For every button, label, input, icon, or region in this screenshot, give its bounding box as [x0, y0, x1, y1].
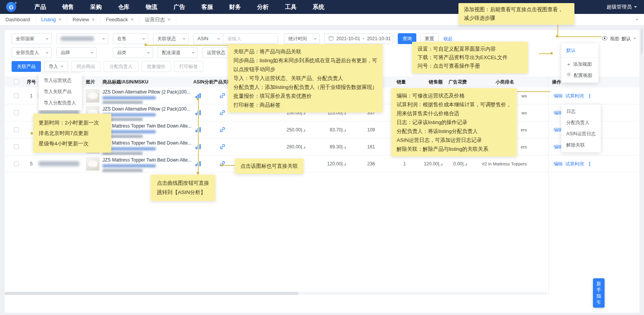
product-link-icon[interactable]	[220, 144, 225, 151]
close-icon[interactable]: ×	[131, 17, 134, 22]
date-start: 2021-10-01	[336, 36, 360, 41]
more-actions-icon[interactable]: ⋮	[587, 155, 592, 172]
product-title[interactable]: JZS Down Alternative Pillow (2 Pack)100.…	[102, 89, 193, 95]
select-all-checkbox[interactable]	[14, 79, 19, 84]
vertical-scrollbar-thumb[interactable]	[641, 29, 643, 54]
product-title-block[interactable]: JZS Down Alternative Pillow (2 Pack)100.…	[102, 89, 193, 104]
search-input[interactable]	[223, 33, 278, 44]
beginner-guide-button[interactable]: 新手指引	[593, 278, 605, 308]
row-checkbox[interactable]	[14, 161, 19, 166]
close-icon[interactable]: ×	[58, 17, 61, 22]
store-select[interactable]	[56, 33, 108, 44]
price-cell: 280.00د.إ	[267, 138, 305, 155]
sync-products-button[interactable]: 同步商品	[71, 61, 101, 72]
menu-item-import-op-status[interactable]: 导入运营状态	[39, 75, 82, 86]
edit-link[interactable]: 编辑	[554, 155, 563, 172]
tab-label: Review	[73, 14, 89, 26]
product-title-block[interactable]: JZS Mattress Topper Twin Bed Down Alte..…	[102, 123, 193, 138]
assign-owner-button[interactable]: 分配负责人	[104, 61, 138, 72]
connector-dot	[221, 164, 224, 166]
note-line: 分配负责人：添加listing分配负责人（用于业绩报告数据展现）	[233, 83, 377, 92]
nav-item-logistics[interactable]: 物流	[138, 0, 165, 14]
row-checkbox[interactable]	[14, 144, 19, 149]
nav-item-tools[interactable]: 工具	[277, 0, 305, 14]
view-control[interactable]: 视图 默认	[601, 33, 636, 44]
tab-dashboard[interactable]: Dashboard	[0, 14, 36, 26]
product-title[interactable]: JZS Down Alternative Pillow (2 Pack)100.…	[102, 106, 193, 112]
row-checkbox[interactable]	[14, 93, 19, 98]
horizontal-scrollbar[interactable]	[5, 292, 547, 295]
tab-list-chevron-icon[interactable]	[635, 19, 639, 22]
close-icon[interactable]: ×	[92, 17, 95, 22]
row-checkbox[interactable]	[14, 127, 19, 132]
product-title-block[interactable]: JZS Mattress Topper Twin Bed Down Alte..…	[102, 157, 193, 172]
profit-calc-link[interactable]: 试算利润	[565, 87, 584, 104]
tab-op-log[interactable]: 运营日志×	[140, 14, 177, 26]
product-image[interactable]	[86, 157, 100, 171]
product-image[interactable]	[86, 89, 100, 103]
tab-listing[interactable]: Listing×	[36, 14, 67, 26]
menu-item-view-default[interactable]: 默认	[561, 45, 598, 56]
product-title[interactable]: JZS Mattress Topper Twin Bed Down Alte..…	[102, 157, 193, 163]
search-type-select[interactable]: ASIN	[193, 33, 223, 44]
product-link-icon[interactable]	[220, 110, 225, 117]
profit-calc-link[interactable]: 试算利润	[565, 155, 584, 172]
tab-feedback[interactable]: Feedback×	[101, 14, 140, 26]
link-product-label: 关联产品	[17, 63, 36, 70]
note-toolbar-help: 关联产品：将产品与商品关联 同步商品：listing如有未同步到系统或在亚马逊后…	[228, 44, 383, 112]
nav-item-warehouse[interactable]: 仓库	[110, 0, 138, 14]
relation-status-select[interactable]: 关联状态	[153, 33, 189, 44]
menu-item-assign-owner[interactable]: 分配负责人	[561, 117, 601, 128]
product-link-icon[interactable]	[220, 127, 225, 134]
nav-item-sales[interactable]: 销售	[54, 0, 82, 14]
stat-time-select[interactable]: 统计时间	[284, 33, 320, 44]
product-title[interactable]: JZS Mattress Topper Twin Bed Down Alte..…	[102, 123, 193, 129]
row-checkbox[interactable]	[14, 110, 19, 115]
print-label-button[interactable]: 打印标签	[174, 61, 203, 72]
nav-item-purchase[interactable]: 采购	[82, 0, 110, 14]
nav-item-finance[interactable]: 财务	[221, 0, 249, 14]
menu-item-import-link-product[interactable]: 导入关联产品	[39, 86, 82, 97]
user-menu[interactable]: 超级管理员	[607, 3, 637, 10]
tab-label: Listing	[41, 14, 56, 26]
revenue-cell: 120.00د.إ	[408, 155, 443, 172]
nav-item-product[interactable]: 产品	[26, 0, 54, 14]
close-icon[interactable]: ×	[168, 17, 171, 22]
nav-item-system[interactable]: 系统	[305, 0, 332, 14]
sale-status-select[interactable]: 在售	[113, 33, 148, 44]
country-select[interactable]: 全部国家	[12, 33, 52, 44]
batch-quote-label: 批量报价	[147, 63, 165, 70]
brand-select[interactable]: 品牌	[56, 47, 97, 58]
nav-item-customer-service[interactable]: 客服	[193, 0, 221, 14]
category-select[interactable]: 品类	[113, 47, 153, 58]
product-title-block[interactable]: JZS Mattress Topper Twin Bed Down Alte..…	[102, 140, 193, 155]
horizontal-scrollbar-thumb[interactable]	[5, 292, 298, 295]
menu-item-config-view[interactable]: 配置视图	[561, 70, 598, 81]
batch-quote-button[interactable]: 批量报价	[141, 61, 171, 72]
chevron-down-icon	[634, 6, 637, 9]
app-logo-icon[interactable]: G+	[6, 2, 16, 12]
link-product-button[interactable]: 关联产品	[12, 61, 41, 72]
ad-cost-cell: 0.00د.إ	[445, 155, 467, 172]
calendar-icon	[329, 36, 334, 42]
delivery-channel-select[interactable]: 配送渠道	[158, 47, 198, 58]
menu-item-add-view[interactable]: ＋添加视图	[561, 59, 598, 70]
product-title-block[interactable]: JZS Down Alternative Pillow (2 Pack)100.…	[102, 106, 193, 121]
product-title[interactable]: JZS Mattress Topper Twin Bed Down Alte..…	[102, 140, 193, 146]
import-button[interactable]: 导入	[44, 61, 68, 72]
menu-item-unlink[interactable]: 解除关联	[561, 140, 601, 151]
date-range-picker[interactable]: 2021-10-01 - 2021-10-31	[324, 33, 393, 44]
note-line: 分配负责人：将该listing分配负责人	[397, 127, 511, 136]
nav-item-advertising[interactable]: 广告	[165, 0, 193, 14]
menu-item-asin-op-log[interactable]: ASIN运营日志	[561, 128, 601, 140]
product-link-icon[interactable]	[220, 93, 225, 100]
edit-link[interactable]: 编辑	[554, 87, 563, 104]
op-status-value: 运营状态	[207, 49, 225, 56]
nav-item-analytics[interactable]: 分析	[249, 0, 277, 14]
menu-item-log[interactable]: 日志	[561, 106, 601, 117]
more-actions-icon[interactable]: ⋮	[587, 87, 592, 104]
menu-item-import-assign-owner[interactable]: 导入分配负责人	[39, 97, 82, 109]
tab-review[interactable]: Review×	[67, 14, 101, 26]
owner-select[interactable]: 全部负责人	[12, 47, 52, 58]
table-row[interactable]: 5 JZS Mattress Topper Twin Bed Down Alte…	[5, 155, 639, 172]
